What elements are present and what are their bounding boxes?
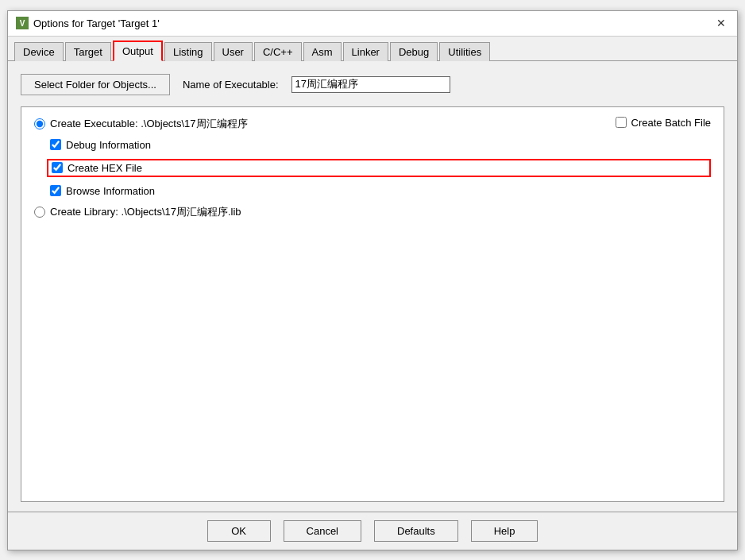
titlebar-left: V Options for Target 'Target 1' [16,17,160,29]
create-hex-file-checkbox[interactable] [52,162,63,173]
select-folder-button[interactable]: Select Folder for Objects... [21,74,170,95]
browse-info-row: Browse Information [50,185,711,197]
tab-user[interactable]: User [214,42,253,61]
options-box: Create Batch File Create Executable: .\O… [21,106,724,502]
dialog-window: V Options for Target 'Target 1' ✕ Device… [7,10,738,550]
tab-asm[interactable]: Asm [303,42,342,61]
ok-button[interactable]: OK [207,520,271,542]
name-of-executable-input[interactable] [291,76,450,93]
create-hex-file-row: Create HEX File [47,159,711,177]
dialog-title: Options for Target 'Target 1' [33,17,160,29]
close-button[interactable]: ✕ [713,15,729,31]
batch-file-area: Create Batch File [616,117,711,129]
cancel-button[interactable]: Cancel [284,520,361,542]
name-of-executable-label: Name of Executable: [183,79,279,91]
browse-info-label: Browse Information [66,185,155,197]
titlebar: V Options for Target 'Target 1' ✕ [8,11,737,37]
create-hex-file-label: Create HEX File [68,162,142,174]
tab-linker[interactable]: Linker [343,42,388,61]
tab-device[interactable]: Device [14,42,64,61]
debug-info-label: Debug Information [66,139,151,151]
footer: OK Cancel Defaults Help [8,512,737,550]
tab-bar: Device Target Output Listing User C/C++ … [8,37,737,61]
create-library-radio[interactable] [34,207,45,218]
app-icon: V [16,17,29,29]
top-row: Select Folder for Objects... Name of Exe… [21,71,724,98]
tab-utilities[interactable]: Utilities [439,42,490,61]
create-executable-row: Create Executable: .\Objects\17周汇编程序 [34,117,711,131]
tab-target[interactable]: Target [65,42,111,61]
create-library-label: Create Library: .\Objects\17周汇编程序.lib [50,205,241,219]
debug-info-checkbox[interactable] [50,139,61,150]
defaults-button[interactable]: Defaults [374,520,458,542]
create-executable-radio[interactable] [34,118,45,129]
tab-output[interactable]: Output [113,41,163,61]
help-button[interactable]: Help [471,520,538,542]
tab-listing[interactable]: Listing [164,42,212,61]
create-batch-file-label: Create Batch File [631,117,711,129]
debug-info-row: Debug Information [50,139,711,151]
create-executable-label: Create Executable: .\Objects\17周汇编程序 [50,117,248,131]
tab-cpp[interactable]: C/C++ [254,42,302,61]
create-library-row: Create Library: .\Objects\17周汇编程序.lib [34,205,711,219]
main-content: Select Folder for Objects... Name of Exe… [8,61,737,512]
create-batch-file-checkbox[interactable] [616,117,627,128]
tab-debug[interactable]: Debug [390,42,438,61]
browse-info-checkbox[interactable] [50,185,61,196]
